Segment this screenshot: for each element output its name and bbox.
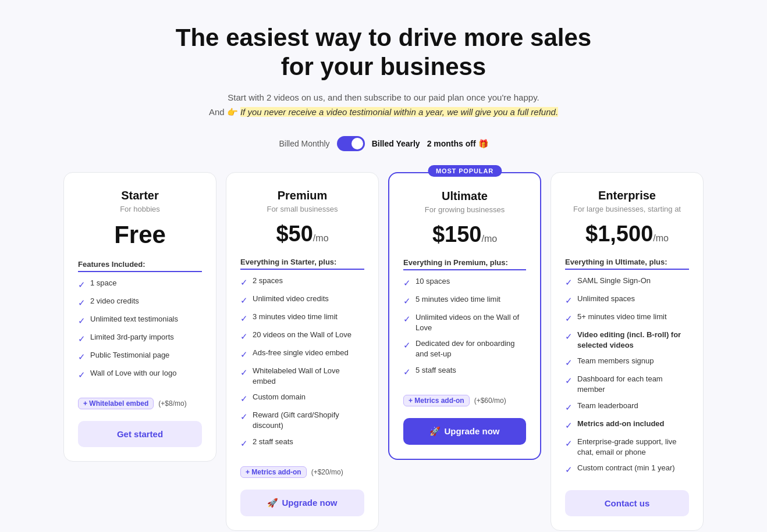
cta-button-ultimate[interactable]: 🚀Upgrade now [403, 418, 526, 445]
feature-text: 5 minutes video time limit [416, 294, 500, 305]
check-icon: ✓ [240, 366, 248, 379]
feature-text: Metrics add-on included [577, 419, 665, 429]
feature-item: ✓ Limited 3rd-party imports [78, 332, 202, 345]
plan-card-premium: PremiumFor small businesses$50/moEveryth… [226, 172, 379, 531]
check-icon: ✓ [240, 392, 248, 405]
feature-item: ✓ 20 videos on the Wall of Love [240, 330, 364, 342]
feature-text: Unlimited spaces [577, 294, 635, 304]
plan-name-premium: Premium [240, 189, 364, 202]
check-icon: ✓ [565, 374, 573, 387]
plan-name-starter: Starter [78, 189, 202, 202]
check-icon: ✓ [565, 356, 573, 369]
plan-price-premium: $50/mo [240, 223, 364, 245]
feature-item: ✓ Team members signup [565, 356, 689, 369]
plan-tagline-premium: For small businesses [240, 205, 364, 213]
feature-item: ✓ Dedicated dev for onboarding and set-u… [403, 338, 526, 359]
feature-text: Ads-free single video embed [253, 348, 349, 358]
feature-item: ✓ Reward (Gift card/Shopify discount) [240, 410, 364, 431]
feature-text: Video editing (incl. B-roll) for selecte… [577, 330, 689, 351]
features-label-enterprise: Everything in Ultimate, plus: [565, 258, 689, 270]
cta-button-starter[interactable]: Get started [78, 421, 202, 447]
plan-price-enterprise: $1,500/mo [565, 223, 689, 245]
check-icon: ✓ [565, 330, 573, 342]
plans-grid: StarterFor hobbiesFreeFeatures Included:… [63, 172, 704, 531]
plan-name-enterprise: Enterprise [565, 189, 689, 202]
feature-text: Team leaderboard [577, 401, 638, 411]
feature-item: ✓ Unlimited videos on the Wall of Love [403, 312, 526, 333]
feature-item: ✓ 2 video credits [78, 296, 202, 309]
billing-monthly-label: Billed Monthly [279, 139, 329, 148]
feature-item: ✓ Dashboard for each team member [565, 374, 689, 395]
hero-subtitle: Start with 2 videos on us, and then subs… [63, 92, 704, 102]
feature-item: ✓ Video editing (incl. B-roll) for selec… [565, 330, 689, 351]
addon-badge[interactable]: + Whitelabel embed [78, 398, 154, 409]
addon-row-starter: + Whitelabel embed (+$8/mo) [78, 398, 202, 409]
plan-price-starter: Free [78, 223, 202, 247]
check-icon: ✓ [403, 339, 411, 351]
feature-text: Dashboard for each team member [577, 374, 689, 395]
feature-text: 2 staff seats [253, 437, 293, 447]
check-icon: ✓ [78, 351, 86, 363]
check-icon: ✓ [240, 330, 248, 342]
feature-item: ✓ Unlimited video credits [240, 294, 364, 306]
feature-text: Custom contract (min 1 year) [577, 463, 675, 473]
feature-item: ✓ 2 staff seats [240, 437, 364, 449]
page-wrapper: The easiest way to drive more salesfor y… [63, 23, 704, 531]
feature-item: ✓ Unlimited text testimonials [78, 314, 202, 327]
hero-title: The easiest way to drive more salesfor y… [63, 23, 704, 82]
addon-price: (+$60/mo) [474, 397, 506, 405]
plan-tagline-ultimate: For growing businesses [403, 205, 526, 214]
feature-item: ✓ Ads-free single video embed [240, 348, 364, 360]
feature-text: Wall of Love with our logo [90, 368, 176, 379]
feature-item: ✓ Wall of Love with our logo [78, 368, 202, 381]
feature-text: 2 spaces [253, 276, 283, 286]
check-icon: ✓ [78, 333, 86, 345]
check-icon: ✓ [78, 279, 86, 291]
feature-text: Custom domain [253, 392, 306, 402]
feature-text: Public Testimonial page [90, 350, 169, 360]
check-icon: ✓ [403, 295, 411, 307]
addon-badge[interactable]: + Metrics add-on [403, 395, 470, 406]
check-icon: ✓ [403, 366, 411, 378]
feature-item: ✓ 5+ minutes video time limit [565, 312, 689, 324]
check-icon: ✓ [240, 437, 248, 449]
feature-text: SAML Single Sign-On [577, 276, 651, 286]
plan-name-ultimate: Ultimate [403, 190, 526, 203]
plan-tagline-starter: For hobbies [78, 205, 202, 213]
check-icon: ✓ [240, 294, 248, 306]
cta-icon: 🚀 [267, 498, 278, 508]
check-icon: ✓ [565, 401, 573, 413]
feature-list-starter: ✓ 1 space ✓ 2 video credits ✓ Unlimited … [78, 278, 202, 386]
feature-item: ✓ 5 staff seats [403, 365, 526, 378]
plan-card-starter: StarterFor hobbiesFreeFeatures Included:… [63, 172, 216, 462]
addon-price: (+$8/mo) [158, 399, 186, 408]
feature-text: Unlimited videos on the Wall of Love [416, 312, 526, 333]
feature-text: Limited 3rd-party imports [90, 332, 174, 342]
billing-toggle-switch[interactable] [337, 136, 365, 151]
addon-badge[interactable]: + Metrics add-on [240, 466, 307, 478]
feature-text: 5+ minutes video time limit [577, 312, 667, 322]
billing-yearly-label: Billed Yearly [372, 139, 420, 148]
check-icon: ✓ [78, 315, 86, 327]
check-icon: ✓ [240, 348, 248, 360]
feature-text: 3 minutes video time limit [253, 312, 338, 322]
feature-item: ✓ 5 minutes video time limit [403, 294, 526, 307]
addon-price: (+$20/mo) [311, 468, 343, 476]
check-icon: ✓ [565, 419, 573, 431]
check-icon: ✓ [565, 276, 573, 288]
cta-button-premium[interactable]: 🚀Upgrade now [240, 490, 364, 516]
check-icon: ✓ [78, 297, 86, 309]
check-icon: ✓ [403, 313, 411, 325]
cta-button-enterprise[interactable]: Contact us [565, 490, 689, 516]
plan-card-enterprise: EnterpriseFor large businesses, starting… [551, 172, 704, 531]
guarantee-prefix: And 👉 [209, 107, 240, 117]
feature-item: ✓ Unlimited spaces [565, 294, 689, 306]
feature-text: 20 videos on the Wall of Love [253, 330, 351, 340]
hero-guarantee: And 👉 If you never receive a video testi… [63, 107, 704, 117]
hero-section: The easiest way to drive more salesfor y… [63, 23, 704, 117]
feature-text: Enterprise-grade support, live chat, ema… [577, 437, 689, 458]
feature-text: 1 space [90, 278, 117, 288]
feature-text: 5 staff seats [416, 365, 456, 376]
months-off-badge: 2 months off 🎁 [427, 139, 488, 148]
feature-item: ✓ Custom contract (min 1 year) [565, 463, 689, 476]
